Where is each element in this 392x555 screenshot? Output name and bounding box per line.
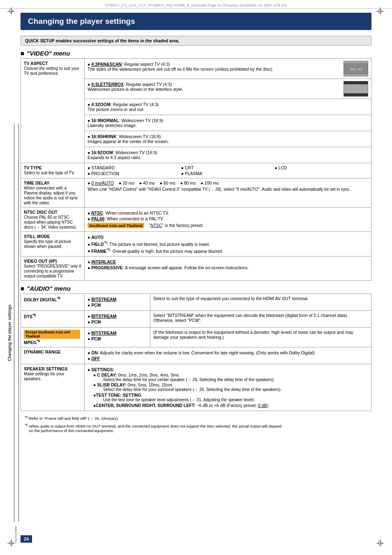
crosshair-tl xyxy=(7,7,16,16)
table-row-ntsc: NTSC DISC OUT Choose PAL 60 or NTSC outp… xyxy=(21,208,371,232)
dts-label: DTS*6 xyxy=(21,311,85,328)
dolby-label: DOLBY DIGITAL*6 xyxy=(21,294,85,311)
pan-scan-option: 4:3PAN&SCAN: Regular aspect TV (4:3)The … xyxy=(88,62,368,72)
table-row-dynamic-range: DYNAMIC RANGE ON: Adjusts for clarity ev… xyxy=(21,347,371,364)
tv-aspect-pan-scan: 16:9→4:3 4:3PAN&SCAN: Regular aspect TV … xyxy=(85,59,371,79)
table-row-dts: DTS*6 BITSTREAM PCM Select "BITSTREAM" w… xyxy=(21,311,371,328)
sidebar-bar xyxy=(14,123,19,522)
video-out-label: VIDEO OUT (I/P) Select "PROGRESSIVE" onl… xyxy=(21,257,85,281)
dts-options: BITSTREAM PCM xyxy=(85,311,150,328)
table-row-video-out: VIDEO OUT (I/P) Select "PROGRESSIVE" onl… xyxy=(21,257,371,281)
mpeg-label: Except Southeast Asia and Thailand MPEG*… xyxy=(21,328,85,347)
still-mode-label: STILL MODE Specify the type of picture s… xyxy=(21,232,85,257)
time-delay-label: TIME DELAY When connected with a Plasma … xyxy=(21,178,85,208)
dts-desc: Select "BITSTREAM" when the equipment ca… xyxy=(150,311,371,328)
dynamic-range-options: ON: Adjusts for clarity even when the vo… xyxy=(85,347,371,364)
svg-text:16:9→4:3: 16:9→4:3 xyxy=(350,68,362,71)
table-row-tv-type: TV TYPE Select to suit the type of TV. ●… xyxy=(21,163,371,178)
crosshair-tr xyxy=(376,7,385,16)
table-row-time-delay: TIME DELAY When connected with a Plasma … xyxy=(21,178,371,208)
table-row-mpeg: Except Southeast Asia and Thailand MPEG*… xyxy=(21,328,371,347)
tv-aspect-4zoom: 4:3ZOOM: Regular aspect TV (4:3)The pict… xyxy=(85,99,371,115)
tv-aspect-169shrink: 16:9SHRINK: Widescreen TV (16:9)Images a… xyxy=(85,131,371,147)
speaker-label: SPEAKER SETTINGS Make settings for your … xyxy=(21,364,85,411)
pan-scan-image: 16:9→4:3 xyxy=(344,61,368,76)
ntsc-options: NTSC: When connected to an NTSC TV. PAL6… xyxy=(85,208,371,232)
table-row-dolby: DOLBY DIGITAL*6 BITSTREAM PCM Select to … xyxy=(21,294,371,311)
letterbox-option: 4:3LETTERBOX: Regular aspect TV (4:3)Wid… xyxy=(88,82,368,92)
page-title: Changing the player settings xyxy=(21,13,371,30)
dolby-options: BITSTREAM PCM xyxy=(85,294,150,311)
rqtx-code: RQTX0088 xyxy=(14,526,18,543)
tv-aspect-letterbox: 4:3LETTERBOX: Regular aspect TV (4:3)Wid… xyxy=(85,79,371,99)
page-number: 24 xyxy=(21,535,32,543)
tv-aspect-label: TV ASPECT Choose the setting to suit you… xyxy=(21,59,85,163)
time-delay-note: When Link "HDAVI Control" with "HDAVI Co… xyxy=(88,187,368,192)
table-row-still-mode: STILL MODE Specify the type of picture s… xyxy=(21,232,371,257)
footnote-6: *6 When audio is output from HDMI AV OUT… xyxy=(21,423,371,433)
sidebar-label: Changing the player settings xyxy=(5,144,14,522)
region-badge-except: Except Southeast Asia and Thailand xyxy=(24,330,80,339)
footnote-5: *5 Refer to "Frame still and field still… xyxy=(21,415,371,421)
mpeg-desc: (If the bitstream is output to the equip… xyxy=(150,328,371,347)
table-row-tv-aspect: TV ASPECT Choose the setting to suit you… xyxy=(21,59,371,79)
tv-aspect-169zoom: 16:9ZOOM: Widescreen TV (16:9)Expands to… xyxy=(85,147,371,163)
audio-menu-header: "AUDIO" menu xyxy=(21,285,371,292)
time-delay-options: ● 0 ms/AUTO ● 20 ms ● 40 ms ● 60 ms ● 80… xyxy=(85,178,371,208)
tv-type-options: ● STANDARD ● CRT ● LCD ● PROJECTION ● PL… xyxy=(85,163,371,178)
audio-settings-table: DOLBY DIGITAL*6 BITSTREAM PCM Select to … xyxy=(21,294,371,411)
video-menu-header: "VIDEO" menu xyxy=(21,50,371,57)
letterbox-image xyxy=(344,81,368,97)
mpeg-options: BITSTREAM PCM xyxy=(85,328,150,347)
dynamic-range-label: DYNAMIC RANGE xyxy=(21,347,85,364)
ntsc-label: NTSC DISC OUT Choose PAL 60 or NTSC outp… xyxy=(21,208,85,232)
region-badge-sea: Southeast Asia and Thailand xyxy=(88,223,144,228)
tv-aspect-169normal: 16:9NORMAL: Widescreen TV (16:9)Laterall… xyxy=(85,115,371,131)
video-settings-table: TV ASPECT Choose the setting to suit you… xyxy=(21,58,371,281)
dolby-desc: Select to suit the type of equipment you… xyxy=(150,294,371,311)
filepath: PT65CC_CS_CCS_CCT_PT469CY_RQTX0088_B_one… xyxy=(0,0,392,9)
tv-type-label: TV TYPE Select to suit the type of TV. xyxy=(21,163,85,178)
video-out-options: INTERLACE PROGRESSIVE: A message screen … xyxy=(85,257,371,281)
table-row-speaker-settings: SPEAKER SETTINGS Make settings for your … xyxy=(21,364,371,411)
speaker-options: SETTINGS: C DELAY: 0ms, 1ms, 2ms, 3ms, 4… xyxy=(85,364,371,411)
page: Changing the player settings PT65CC_CS_C… xyxy=(0,0,392,555)
still-mode-options: AUTO FIELD*5: The picture is not blurred… xyxy=(85,232,371,257)
crosshair-br xyxy=(376,539,385,548)
quick-setup-note: QUICK SETUP enables successive settings … xyxy=(21,36,371,46)
